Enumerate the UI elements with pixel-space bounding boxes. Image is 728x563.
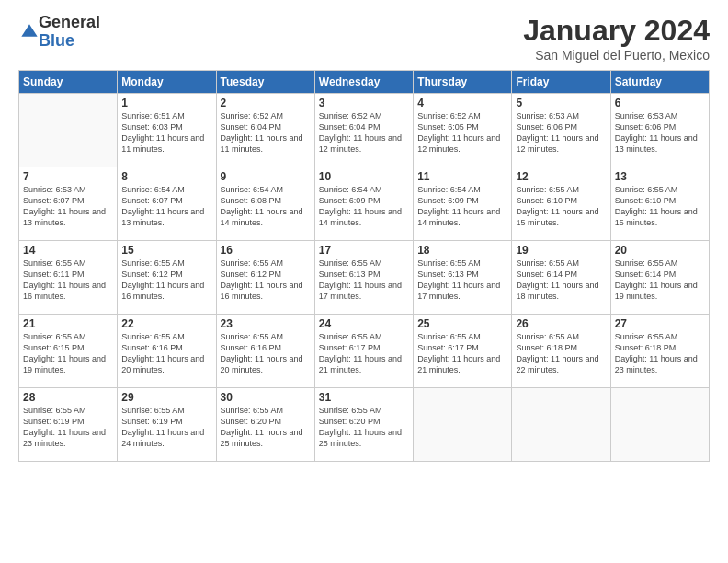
day-info: Sunrise: 6:53 AMSunset: 6:06 PMDaylight:… bbox=[516, 110, 606, 155]
header: General Blue January 2024 San Miguel del… bbox=[18, 14, 710, 63]
table-row bbox=[512, 388, 610, 462]
table-row: 15Sunrise: 6:55 AMSunset: 6:12 PMDayligh… bbox=[118, 241, 216, 315]
day-info: Sunrise: 6:55 AMSunset: 6:13 PMDaylight:… bbox=[319, 258, 409, 303]
table-row: 14Sunrise: 6:55 AMSunset: 6:11 PMDayligh… bbox=[19, 241, 118, 315]
table-row: 30Sunrise: 6:55 AMSunset: 6:20 PMDayligh… bbox=[216, 388, 314, 462]
table-row: 5Sunrise: 6:53 AMSunset: 6:06 PMDaylight… bbox=[512, 94, 610, 167]
day-info: Sunrise: 6:52 AMSunset: 6:04 PMDaylight:… bbox=[319, 110, 409, 155]
calendar-week-row: 28Sunrise: 6:55 AMSunset: 6:19 PMDayligh… bbox=[19, 388, 710, 462]
logo-text: General Blue bbox=[39, 14, 100, 51]
table-row bbox=[610, 388, 709, 462]
day-number: 30 bbox=[221, 391, 311, 404]
day-info: Sunrise: 6:55 AMSunset: 6:16 PMDaylight:… bbox=[121, 331, 211, 376]
calendar-body: 1Sunrise: 6:51 AMSunset: 6:03 PMDaylight… bbox=[19, 94, 710, 462]
day-info: Sunrise: 6:55 AMSunset: 6:13 PMDaylight:… bbox=[417, 258, 507, 303]
day-number: 22 bbox=[121, 317, 211, 330]
table-row: 22Sunrise: 6:55 AMSunset: 6:16 PMDayligh… bbox=[118, 315, 216, 388]
day-number: 13 bbox=[615, 170, 705, 183]
day-number: 21 bbox=[23, 317, 113, 330]
day-info: Sunrise: 6:52 AMSunset: 6:05 PMDaylight:… bbox=[417, 110, 507, 155]
table-row: 16Sunrise: 6:55 AMSunset: 6:12 PMDayligh… bbox=[216, 241, 314, 315]
day-number: 11 bbox=[417, 170, 507, 183]
day-info: Sunrise: 6:55 AMSunset: 6:17 PMDaylight:… bbox=[417, 331, 507, 376]
day-info: Sunrise: 6:55 AMSunset: 6:20 PMDaylight:… bbox=[319, 405, 409, 450]
table-row: 29Sunrise: 6:55 AMSunset: 6:19 PMDayligh… bbox=[118, 388, 216, 462]
table-row: 8Sunrise: 6:54 AMSunset: 6:07 PMDaylight… bbox=[118, 167, 216, 241]
table-row: 21Sunrise: 6:55 AMSunset: 6:15 PMDayligh… bbox=[19, 315, 118, 388]
col-thursday: Thursday bbox=[414, 71, 512, 94]
col-saturday: Saturday bbox=[610, 71, 709, 94]
calendar-week-row: 7Sunrise: 6:53 AMSunset: 6:07 PMDaylight… bbox=[19, 167, 710, 241]
table-row: 17Sunrise: 6:55 AMSunset: 6:13 PMDayligh… bbox=[314, 241, 413, 315]
day-number: 2 bbox=[221, 97, 311, 109]
table-row: 6Sunrise: 6:53 AMSunset: 6:06 PMDaylight… bbox=[610, 94, 709, 167]
day-info: Sunrise: 6:54 AMSunset: 6:07 PMDaylight:… bbox=[121, 184, 211, 229]
table-row: 12Sunrise: 6:55 AMSunset: 6:10 PMDayligh… bbox=[512, 167, 610, 241]
day-info: Sunrise: 6:55 AMSunset: 6:19 PMDaylight:… bbox=[121, 405, 211, 450]
table-row: 20Sunrise: 6:55 AMSunset: 6:14 PMDayligh… bbox=[610, 241, 709, 315]
day-number: 18 bbox=[417, 244, 507, 257]
table-row: 7Sunrise: 6:53 AMSunset: 6:07 PMDaylight… bbox=[19, 167, 118, 241]
day-info: Sunrise: 6:54 AMSunset: 6:09 PMDaylight:… bbox=[319, 184, 409, 229]
day-number: 5 bbox=[516, 97, 606, 109]
table-row: 27Sunrise: 6:55 AMSunset: 6:18 PMDayligh… bbox=[610, 315, 709, 388]
logo-general: General bbox=[39, 14, 100, 32]
day-number: 24 bbox=[319, 317, 409, 330]
day-number: 25 bbox=[417, 317, 507, 330]
day-number: 6 bbox=[615, 97, 705, 109]
day-info: Sunrise: 6:55 AMSunset: 6:16 PMDaylight:… bbox=[221, 331, 311, 376]
table-row: 1Sunrise: 6:51 AMSunset: 6:03 PMDaylight… bbox=[118, 94, 216, 167]
logo: General Blue bbox=[18, 14, 100, 51]
table-row bbox=[414, 388, 512, 462]
day-info: Sunrise: 6:55 AMSunset: 6:12 PMDaylight:… bbox=[221, 258, 311, 303]
col-friday: Friday bbox=[512, 71, 610, 94]
day-info: Sunrise: 6:55 AMSunset: 6:20 PMDaylight:… bbox=[221, 405, 311, 450]
day-number: 20 bbox=[615, 244, 705, 257]
day-info: Sunrise: 6:55 AMSunset: 6:15 PMDaylight:… bbox=[23, 331, 113, 376]
table-row: 10Sunrise: 6:54 AMSunset: 6:09 PMDayligh… bbox=[314, 167, 413, 241]
day-info: Sunrise: 6:55 AMSunset: 6:10 PMDaylight:… bbox=[615, 184, 705, 229]
day-info: Sunrise: 6:51 AMSunset: 6:03 PMDaylight:… bbox=[121, 110, 211, 155]
logo-icon bbox=[20, 23, 39, 41]
day-info: Sunrise: 6:53 AMSunset: 6:06 PMDaylight:… bbox=[615, 110, 705, 155]
svg-marker-0 bbox=[21, 24, 37, 36]
table-row: 19Sunrise: 6:55 AMSunset: 6:14 PMDayligh… bbox=[512, 241, 610, 315]
day-number: 9 bbox=[221, 170, 311, 183]
day-number: 7 bbox=[23, 170, 113, 183]
day-number: 28 bbox=[23, 391, 113, 404]
day-info: Sunrise: 6:55 AMSunset: 6:12 PMDaylight:… bbox=[121, 258, 211, 303]
calendar-week-row: 14Sunrise: 6:55 AMSunset: 6:11 PMDayligh… bbox=[19, 241, 710, 315]
day-number: 23 bbox=[221, 317, 311, 330]
day-number: 3 bbox=[319, 97, 409, 109]
day-number: 17 bbox=[319, 244, 409, 257]
day-number: 26 bbox=[516, 317, 606, 330]
day-info: Sunrise: 6:55 AMSunset: 6:18 PMDaylight:… bbox=[516, 331, 606, 376]
day-number: 1 bbox=[121, 97, 211, 109]
table-row: 28Sunrise: 6:55 AMSunset: 6:19 PMDayligh… bbox=[19, 388, 118, 462]
day-info: Sunrise: 6:55 AMSunset: 6:17 PMDaylight:… bbox=[319, 331, 409, 376]
day-number: 31 bbox=[319, 391, 409, 404]
day-number: 15 bbox=[121, 244, 211, 257]
day-info: Sunrise: 6:55 AMSunset: 6:14 PMDaylight:… bbox=[516, 258, 606, 303]
day-number: 10 bbox=[319, 170, 409, 183]
table-row: 23Sunrise: 6:55 AMSunset: 6:16 PMDayligh… bbox=[216, 315, 314, 388]
location: San Miguel del Puerto, Mexico bbox=[523, 48, 710, 63]
day-number: 4 bbox=[417, 97, 507, 109]
day-number: 19 bbox=[516, 244, 606, 257]
day-info: Sunrise: 6:55 AMSunset: 6:18 PMDaylight:… bbox=[615, 331, 705, 376]
day-info: Sunrise: 6:55 AMSunset: 6:11 PMDaylight:… bbox=[23, 258, 113, 303]
title-section: January 2024 San Miguel del Puerto, Mexi… bbox=[523, 14, 710, 63]
table-row: 3Sunrise: 6:52 AMSunset: 6:04 PMDaylight… bbox=[314, 94, 413, 167]
table-row: 9Sunrise: 6:54 AMSunset: 6:08 PMDaylight… bbox=[216, 167, 314, 241]
day-number: 29 bbox=[121, 391, 211, 404]
table-row: 25Sunrise: 6:55 AMSunset: 6:17 PMDayligh… bbox=[414, 315, 512, 388]
col-wednesday: Wednesday bbox=[314, 71, 413, 94]
day-info: Sunrise: 6:55 AMSunset: 6:10 PMDaylight:… bbox=[516, 184, 606, 229]
table-row: 4Sunrise: 6:52 AMSunset: 6:05 PMDaylight… bbox=[414, 94, 512, 167]
page: General Blue January 2024 San Miguel del… bbox=[0, 0, 728, 563]
logo-blue: Blue bbox=[39, 32, 100, 51]
table-row: 24Sunrise: 6:55 AMSunset: 6:17 PMDayligh… bbox=[314, 315, 413, 388]
day-info: Sunrise: 6:55 AMSunset: 6:19 PMDaylight:… bbox=[23, 405, 113, 450]
table-row: 11Sunrise: 6:54 AMSunset: 6:09 PMDayligh… bbox=[414, 167, 512, 241]
calendar-week-row: 1Sunrise: 6:51 AMSunset: 6:03 PMDaylight… bbox=[19, 94, 710, 167]
